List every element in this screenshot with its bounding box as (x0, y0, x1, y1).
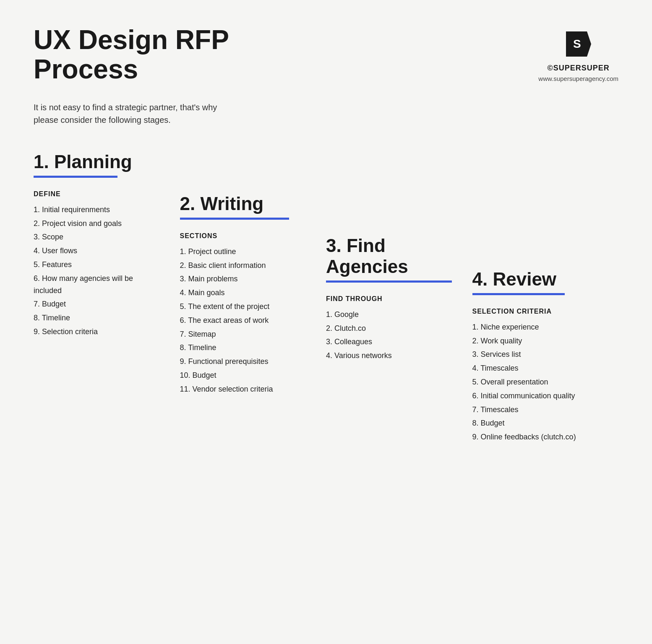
list-item: 6. Initial communication quality (472, 390, 602, 402)
list-item: 3. Main problems (180, 273, 310, 285)
list-item: 10. Budget (180, 369, 310, 382)
list-item: 5. Overall presentation (472, 376, 602, 388)
title-block: UX Design RFP Process (34, 25, 285, 84)
writing-subsection-label: SECTIONS (180, 232, 310, 240)
list-item: 9. Functional prerequisites (180, 356, 310, 368)
brand-name: ©SUPERSUPER (548, 64, 610, 73)
planning-list: 1. Initial requirenments 2. Project visi… (34, 204, 163, 338)
list-item: 7. Sitemap (180, 328, 310, 340)
list-item: 9. Online feedbacks (clutch.co) (472, 431, 602, 443)
list-item: 4. User flows (34, 245, 163, 257)
list-item: 7. Timescales (472, 404, 602, 416)
svg-text:S: S (573, 37, 581, 50)
find-agencies-underline (326, 280, 452, 283)
planning-column: 1. Planning DEFINE 1. Initial requirenme… (34, 151, 180, 340)
page-header: UX Design RFP Process S ©SUPERSUPER www.… (34, 25, 618, 84)
list-item: 5. The extent of the project (180, 301, 310, 313)
writing-column: 2. Writing SECTIONS 1. Project outline 2… (180, 151, 326, 397)
review-list: 1. Niche experience 2. Work quality 3. S… (472, 321, 602, 443)
page-title: UX Design RFP Process (34, 25, 285, 84)
list-item: 2. Project vision and goals (34, 218, 163, 230)
list-item: 3. Services list (472, 348, 602, 361)
list-item: 6. The exact areas of work (180, 314, 310, 327)
list-item: 1. Niche experience (472, 321, 602, 333)
planning-underline (34, 176, 117, 178)
review-title: 4. Review (472, 269, 602, 290)
list-item: 1. Project outline (180, 246, 310, 258)
find-agencies-subsection-label: FIND THROUGH (326, 295, 456, 303)
list-item: 4. Various networks (326, 350, 456, 362)
list-item: 8. Timeline (34, 312, 163, 324)
list-item: 4. Timescales (472, 362, 602, 374)
content-grid: 1. Planning DEFINE 1. Initial requirenme… (34, 151, 618, 445)
brand-url: www.supersuperagency.com (538, 75, 618, 82)
writing-list: 1. Project outline 2. Basic client infor… (180, 246, 310, 395)
list-item: 6. How many agencies will be included (34, 273, 163, 297)
list-item: 7. Budget (34, 298, 163, 310)
planning-title: 1. Planning (34, 151, 163, 172)
list-item: 9. Selection criteria (34, 326, 163, 338)
writing-underline (180, 218, 289, 220)
list-item: 2. Basic client information (180, 260, 310, 272)
review-column: 4. Review SELECTION CRITERIA 1. Niche ex… (472, 151, 619, 445)
list-item: 5. Features (34, 259, 163, 271)
planning-subsection-label: DEFINE (34, 190, 163, 198)
review-underline (472, 293, 565, 295)
list-item: 2. Clutch.co (326, 322, 456, 335)
list-item: 11. Vendor selection criteria (180, 383, 310, 395)
list-item: 8. Timeline (180, 342, 310, 354)
find-agencies-column: 3. Find Agencies FIND THROUGH 1. Google … (326, 151, 472, 364)
list-item: 1. Google (326, 309, 456, 321)
writing-title: 2. Writing (180, 193, 310, 214)
list-item: 3. Colleagues (326, 336, 456, 348)
find-agencies-list: 1. Google 2. Clutch.co 3. Colleagues 4. … (326, 309, 456, 362)
list-item: 2. Work quality (472, 335, 602, 347)
list-item: 3. Scope (34, 231, 163, 243)
list-item: 4. Main goals (180, 287, 310, 299)
review-subsection-label: SELECTION CRITERIA (472, 308, 602, 315)
find-agencies-title: 3. Find Agencies (326, 235, 456, 277)
subtitle: It is not easy to find a strategic partn… (34, 101, 243, 126)
list-item: 8. Budget (472, 417, 602, 429)
list-item: 1. Initial requirenments (34, 204, 163, 216)
brand-block: S ©SUPERSUPER www.supersuperagency.com (538, 25, 618, 82)
brand-logo-icon: S (564, 29, 593, 59)
